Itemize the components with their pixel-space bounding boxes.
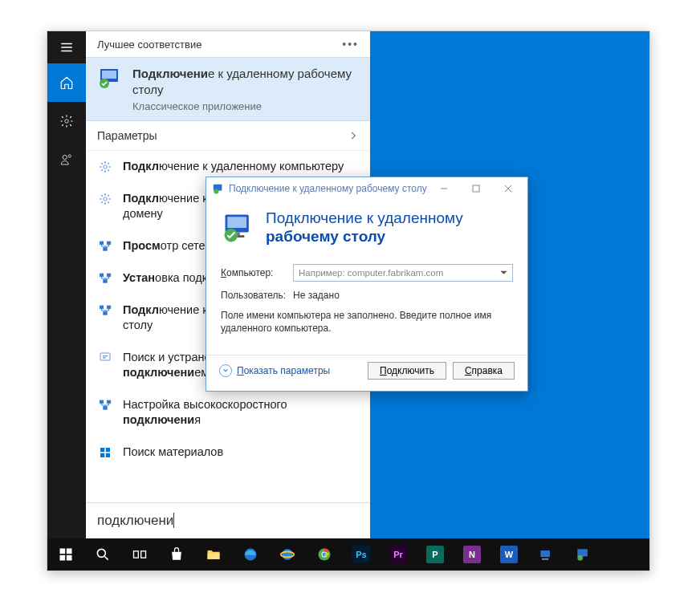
user-value: Не задано (293, 290, 340, 301)
svg-rect-13 (104, 279, 108, 282)
best-match-result[interactable]: Подключение к удаленному рабочему столу … (86, 57, 370, 121)
svg-rect-33 (60, 549, 66, 554)
svg-rect-15 (107, 306, 111, 309)
maximize-button[interactable] (460, 178, 492, 199)
list-item[interactable]: Поиск материалов (86, 437, 370, 469)
titlebar[interactable]: Подключение к удаленному рабочему столу (206, 177, 527, 200)
start-button[interactable] (47, 538, 84, 571)
list-item-label: Подключение к удаленному компьютеру (123, 159, 344, 175)
show-options-label: Показать параметры (237, 365, 330, 376)
connect-button[interactable]: Подключить (368, 362, 446, 380)
computer-placeholder: Например: computer.fabrikam.com (299, 268, 443, 278)
chevron-right-icon (348, 130, 359, 141)
svg-rect-14 (100, 306, 104, 309)
help-button[interactable]: Справка (453, 362, 515, 380)
network-icon (97, 270, 113, 286)
publisher-icon[interactable]: P (417, 538, 454, 571)
svg-point-26 (214, 189, 218, 193)
svg-rect-12 (107, 274, 111, 277)
computer-label: Компьютер: (221, 267, 283, 278)
svg-rect-38 (134, 551, 139, 558)
chrome-icon[interactable] (306, 538, 343, 571)
more-icon[interactable]: ••• (342, 38, 359, 51)
settings-icon[interactable] (47, 102, 86, 140)
svg-rect-19 (107, 400, 111, 404)
svg-rect-11 (100, 274, 104, 277)
best-match-header: Лучшее соответствие ••• (86, 31, 370, 57)
svg-rect-47 (540, 550, 550, 557)
start-rail (47, 31, 86, 538)
svg-rect-34 (67, 549, 72, 554)
window-title: Подключение к удаленному рабочему столу (229, 183, 428, 194)
svg-rect-18 (100, 400, 104, 404)
svg-rect-4 (102, 71, 116, 79)
home-icon[interactable] (47, 63, 86, 102)
svg-rect-29 (227, 217, 246, 228)
photoshop-icon[interactable]: Ps (343, 538, 380, 571)
svg-rect-8 (100, 242, 104, 245)
search-input[interactable]: подключени (86, 502, 370, 538)
svg-rect-48 (542, 558, 548, 560)
svg-rect-22 (106, 448, 110, 452)
svg-rect-35 (60, 555, 66, 561)
store-icon[interactable] (158, 538, 195, 571)
rdc-banner: Подключение к удаленному рабочему столу (206, 200, 527, 259)
network-icon (97, 303, 113, 319)
user-label: Пользователь: (221, 290, 283, 301)
ie-icon[interactable] (269, 538, 306, 571)
svg-point-2 (68, 155, 71, 157)
banner-line-1: Подключение к удаленному (266, 209, 463, 228)
svg-rect-17 (100, 353, 110, 360)
svg-point-42 (282, 549, 292, 559)
rdc-app-icon (97, 66, 123, 91)
svg-rect-49 (577, 549, 588, 556)
user-icon[interactable] (47, 140, 86, 179)
svg-rect-16 (104, 311, 108, 315)
banner-line-2: рабочему столу (266, 228, 463, 246)
svg-rect-40 (208, 553, 220, 559)
gear-icon (97, 159, 113, 175)
rdc-taskbar-icon[interactable] (564, 538, 601, 571)
network-icon (97, 238, 113, 254)
svg-rect-9 (107, 242, 111, 245)
svg-point-1 (63, 155, 67, 159)
list-item-label: Настройка высокоскоростного подключения (123, 397, 359, 428)
network-icon (97, 397, 113, 413)
search-button[interactable] (84, 538, 121, 571)
svg-point-6 (104, 164, 108, 169)
rdc-banner-icon (221, 210, 256, 246)
svg-rect-21 (100, 448, 104, 452)
edge-icon[interactable] (232, 538, 269, 571)
show-options-toggle[interactable]: Показать параметры (219, 364, 361, 377)
computer-input[interactable]: Например: computer.fabrikam.com (293, 264, 513, 282)
rdc-title-icon (213, 183, 224, 194)
taskbar: Ps Pr P N W (47, 538, 649, 571)
list-item-label: Поиск материалов (123, 445, 223, 461)
svg-point-37 (97, 549, 105, 557)
onenote-icon[interactable]: N (454, 538, 490, 571)
minimize-button[interactable] (428, 178, 460, 199)
svg-point-7 (104, 197, 108, 201)
premiere-icon[interactable]: Pr (380, 538, 417, 571)
word-icon[interactable]: W (490, 538, 527, 571)
svg-rect-24 (106, 453, 110, 457)
chevron-down-icon (219, 364, 232, 377)
network-tray-icon[interactable] (527, 538, 564, 571)
task-view-button[interactable] (121, 538, 158, 571)
svg-rect-36 (67, 555, 72, 561)
rdc-dialog: Подключение к удаленному рабочему столу … (206, 177, 528, 392)
desktop[interactable]: Лучшее соответствие ••• Подключение к уд… (47, 31, 649, 571)
parameters-header[interactable]: Параметры (86, 121, 370, 151)
best-match-subtitle: Классическое приложение (132, 100, 359, 112)
explorer-icon[interactable] (195, 538, 232, 571)
gear-icon (97, 191, 113, 207)
list-item[interactable]: Настройка высокоскоростного подключения (86, 389, 370, 437)
close-button[interactable] (492, 178, 524, 199)
svg-point-50 (577, 555, 583, 561)
best-match-label: Лучшее соответствие (97, 39, 201, 51)
svg-rect-20 (104, 406, 108, 409)
store-icon (97, 445, 113, 461)
chevron-down-icon (500, 269, 507, 276)
svg-point-0 (65, 120, 69, 124)
hamburger-icon[interactable] (47, 31, 86, 63)
